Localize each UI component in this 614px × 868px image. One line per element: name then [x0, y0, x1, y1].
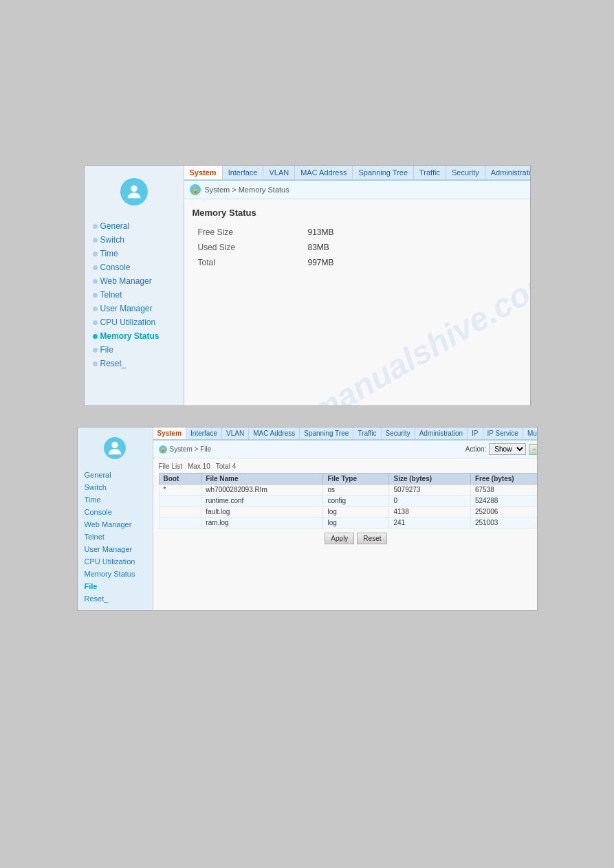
table-row: ram.log log 241 251003 — [159, 518, 538, 528]
sidebar2-item-reset[interactable]: Reset_ — [82, 592, 149, 605]
file-table: Boot File Name File Type Size (bytes) Fr… — [159, 473, 538, 528]
cell-free: 251003 — [470, 518, 537, 528]
tab-administration[interactable]: Administration — [485, 166, 531, 179]
panel-file: General Switch Time Console Web Manager … — [77, 427, 538, 611]
breadcrumb-icon: 🔒 — [190, 184, 201, 195]
sidebar-item-user-manager[interactable]: User Manager — [90, 302, 178, 315]
sidebar2-item-memory-status[interactable]: Memory Status — [82, 568, 149, 580]
sidebar-item-time[interactable]: Time — [90, 247, 178, 260]
button-row: Apply Reset — [159, 533, 538, 544]
table-row: * wh7000282093.RIm os 5079273 67538 — [159, 485, 538, 496]
tab-bar-panel1: System Interface VLAN MAC Address Spanni… — [184, 166, 531, 181]
action-bar: Action: Show − + — [465, 443, 538, 455]
table-row: Total 997MB — [193, 255, 531, 270]
col-filename: File Name — [201, 474, 323, 485]
table-row: Free Size 913MB — [193, 225, 531, 240]
user-avatar-icon-2 — [104, 437, 126, 459]
table-row: fault.log log 4138 252006 — [159, 507, 538, 518]
tab-spanning-tree[interactable]: Spanning Tree — [353, 166, 414, 179]
tab-system[interactable]: System — [184, 166, 223, 181]
tab2-spanning-tree[interactable]: Spanning Tree — [300, 427, 353, 439]
field-value-free-size: 913MB — [303, 225, 531, 240]
sidebar-item-file[interactable]: File — [90, 343, 178, 357]
cell-size: 241 — [389, 518, 470, 528]
action-label: Action: — [465, 445, 487, 453]
sidebar-nav-panel1: General Switch Time Console Web Manager … — [85, 219, 184, 370]
sidebar2-item-user-manager[interactable]: User Manager — [82, 543, 149, 555]
tab-vlan[interactable]: VLAN — [263, 166, 295, 179]
tab2-administration[interactable]: Administration — [415, 427, 468, 439]
tab2-traffic[interactable]: Traffic — [353, 427, 381, 439]
breadcrumb-icon-2: 🔒 — [159, 445, 167, 454]
cell-boot — [159, 507, 201, 518]
cell-free: 67538 — [470, 485, 537, 496]
svg-point-1 — [111, 442, 118, 448]
col-size: Size (bytes) — [389, 474, 470, 485]
sidebar2-item-switch[interactable]: Switch — [82, 481, 149, 493]
file-total-label: Total 4 — [216, 463, 236, 470]
cell-free: 524288 — [470, 496, 537, 507]
breadcrumb-text: System > Memory Status — [205, 186, 289, 194]
cell-filetype: log — [323, 507, 389, 518]
tab2-security[interactable]: Security — [382, 427, 415, 439]
memory-info-table: Free Size 913MB Used Size 83MB Total 997… — [193, 225, 531, 270]
cell-size: 4138 — [389, 507, 470, 518]
sidebar-item-cpu-utilization[interactable]: CPU Utilization — [90, 315, 178, 329]
sidebar2-item-cpu-utilization[interactable]: CPU Utilization — [82, 555, 149, 568]
sidebar-item-console[interactable]: Console — [90, 260, 178, 274]
field-value-total: 997MB — [303, 255, 531, 270]
sidebar2-item-time[interactable]: Time — [82, 493, 149, 506]
cell-free: 252006 — [470, 507, 537, 518]
avatar-area — [85, 173, 184, 211]
breadcrumb-text-2: System > File — [170, 445, 212, 453]
tab2-mac-address[interactable]: MAC Address — [249, 427, 300, 439]
tab2-system[interactable]: System — [153, 427, 187, 441]
tab2-interface[interactable]: Interface — [186, 427, 222, 439]
sidebar2-item-web-manager[interactable]: Web Manager — [82, 518, 149, 531]
sidebar-item-web-manager[interactable]: Web Manager — [90, 274, 178, 288]
tab-mac-address[interactable]: MAC Address — [295, 166, 353, 179]
cell-size: 0 — [389, 496, 470, 507]
tab2-ip[interactable]: IP — [468, 427, 483, 439]
tab2-multicast[interactable]: Multicast — [523, 427, 538, 439]
sidebar-item-general[interactable]: General — [90, 219, 178, 233]
tab-interface[interactable]: Interface — [223, 166, 264, 179]
action-select[interactable]: Show — [489, 443, 526, 455]
cell-size: 5079273 — [389, 485, 470, 496]
tab2-ip-service[interactable]: IP Service — [483, 427, 523, 439]
reset-button[interactable]: Reset — [357, 533, 387, 544]
col-filetype: File Type — [323, 474, 389, 485]
tab2-vlan[interactable]: VLAN — [222, 427, 249, 439]
cell-filetype: log — [323, 518, 389, 528]
main-content-panel1: System Interface VLAN MAC Address Spanni… — [184, 166, 531, 405]
col-boot: Boot — [159, 474, 201, 485]
content-area-panel1: Memory Status Free Size 913MB Used Size … — [184, 199, 531, 405]
cell-filename: wh7000282093.RIm — [201, 485, 323, 496]
tab-security[interactable]: Security — [446, 166, 485, 179]
breadcrumb-left-2: 🔒 System > File — [159, 445, 212, 454]
tab-traffic[interactable]: Traffic — [414, 166, 446, 179]
cell-boot: * — [159, 485, 201, 496]
sidebar-panel2: General Switch Time Console Web Manager … — [78, 427, 153, 610]
sidebar2-item-general[interactable]: General — [82, 469, 149, 481]
cell-boot — [159, 496, 201, 507]
avatar-area-2 — [78, 433, 153, 463]
cell-filetype: config — [323, 496, 389, 507]
file-max-label: Max 10 — [188, 463, 210, 470]
sidebar-item-telnet[interactable]: Telnet — [90, 288, 178, 302]
sidebar-item-memory-status[interactable]: Memory Status — [90, 329, 178, 343]
cell-filename: ram.log — [201, 518, 323, 528]
sidebar-item-switch[interactable]: Switch — [90, 233, 178, 247]
sidebar2-item-telnet[interactable]: Telnet — [82, 531, 149, 543]
field-label-used-size: Used Size — [193, 240, 303, 255]
sidebar-panel1: General Switch Time Console Web Manager … — [85, 166, 184, 405]
cell-boot — [159, 518, 201, 528]
user-avatar-icon — [120, 178, 148, 205]
sidebar2-item-file[interactable]: File — [82, 580, 149, 592]
cell-filetype: os — [323, 485, 389, 496]
apply-button[interactable]: Apply — [325, 533, 354, 544]
sidebar-item-reset[interactable]: Reset_ — [90, 357, 178, 370]
cell-filename: runtime.conf — [201, 496, 323, 507]
sidebar2-item-console[interactable]: Console — [82, 506, 149, 518]
minus-btn[interactable]: − — [529, 444, 537, 455]
